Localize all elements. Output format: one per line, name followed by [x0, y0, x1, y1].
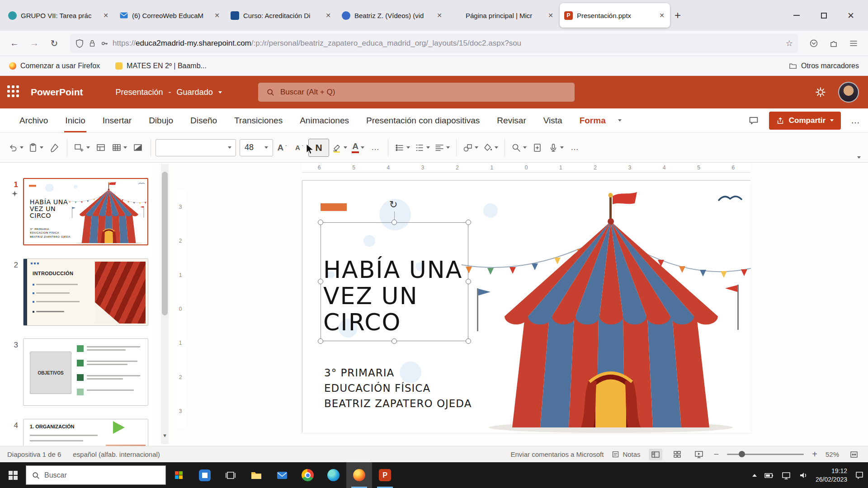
slide-sorter-view-button[interactable]: [670, 449, 684, 460]
zoom-in-button[interactable]: +: [812, 449, 817, 460]
menu-hamburger-icon[interactable]: [845, 35, 862, 52]
shape-fill-button[interactable]: [481, 138, 500, 158]
minimize-button[interactable]: [783, 0, 810, 31]
fit-slide-button[interactable]: [847, 449, 861, 460]
selection-handle-w[interactable]: [318, 279, 323, 284]
chevron-down-icon[interactable]: [264, 146, 268, 149]
chevron-down-icon[interactable]: [86, 146, 90, 149]
edge-icon[interactable]: [321, 462, 346, 488]
layout-button[interactable]: [93, 138, 109, 158]
office-search-box[interactable]: Buscar (Alt + Q): [258, 83, 575, 102]
tab-archivo[interactable]: Archivo: [11, 108, 57, 132]
chevron-down-icon[interactable]: [426, 146, 430, 149]
volume-icon[interactable]: [798, 470, 808, 480]
bullets-button[interactable]: [393, 138, 412, 158]
more-commands-button[interactable]: …: [566, 138, 583, 158]
tab-animaciones[interactable]: Animaciones: [291, 108, 358, 132]
extensions-icon[interactable]: [826, 35, 842, 52]
maximize-button[interactable]: [810, 0, 837, 31]
powerpoint-taskbar-icon[interactable]: P: [372, 462, 398, 488]
selection-handle-se[interactable]: [466, 338, 471, 344]
chevron-down-icon[interactable]: [123, 146, 127, 149]
picture-button[interactable]: [130, 138, 146, 158]
chevron-down-icon[interactable]: [495, 146, 498, 149]
document-title-group[interactable]: Presentación - Guardado: [116, 88, 222, 97]
reload-icon[interactable]: ↻: [46, 35, 62, 52]
share-button[interactable]: Compartir: [769, 112, 841, 130]
more-options-icon[interactable]: …: [851, 115, 860, 126]
tab-insertar[interactable]: Insertar: [94, 108, 140, 132]
selection-handle-s[interactable]: [392, 338, 397, 344]
selection-handle-n[interactable]: [392, 220, 397, 225]
tab-dibujo[interactable]: Dibujo: [140, 108, 182, 132]
bookmark-item-firefox[interactable]: Comenzar a usar Firefox: [9, 62, 100, 70]
zoom-out-button[interactable]: −: [714, 449, 719, 460]
app-icon-2[interactable]: [192, 462, 217, 488]
slide-thumbnail-2[interactable]: INTRODUCCIÓN: [23, 258, 148, 326]
rotate-handle[interactable]: ↻: [389, 199, 397, 211]
chevron-down-icon[interactable]: [344, 146, 347, 149]
designer-button[interactable]: [529, 138, 546, 158]
zoom-slider[interactable]: [727, 454, 804, 455]
start-button[interactable]: [0, 462, 26, 488]
normal-view-button[interactable]: [649, 449, 662, 460]
tab-vista[interactable]: Vista: [535, 108, 571, 132]
scrollbar-down-icon[interactable]: ▾: [161, 432, 169, 439]
browser-tab-2[interactable]: (6) CorreoWeb EducaM ✕: [115, 3, 225, 28]
selection-handle-sw[interactable]: [318, 338, 323, 344]
task-view-icon[interactable]: [217, 462, 243, 488]
selection-handle-nw[interactable]: [318, 220, 323, 225]
tab-revisar[interactable]: Revisar: [488, 108, 534, 132]
find-button[interactable]: [509, 138, 528, 158]
tab-forma[interactable]: Forma: [571, 108, 614, 132]
browser-tab-3[interactable]: Curso: Acreditación Di ✕: [226, 3, 336, 28]
notes-button[interactable]: Notas: [612, 450, 640, 458]
slideshow-view-button[interactable]: [692, 449, 706, 460]
permissions-icon[interactable]: [100, 39, 108, 47]
font-size-combobox[interactable]: 48: [240, 139, 273, 156]
mail-icon[interactable]: [269, 462, 295, 488]
address-bar[interactable]: https://educa2madrid-my.sharepoint.com/:…: [70, 34, 798, 53]
alignment-button[interactable]: [433, 138, 452, 158]
pocket-icon[interactable]: [806, 35, 822, 52]
other-bookmarks-button[interactable]: Otros marcadores: [789, 62, 859, 70]
slide-subtitle-text[interactable]: 3° PRIMARIAEDUCACIÓN FÍSICABEATRIZ ZAPAT…: [324, 365, 472, 411]
app-launcher-icon[interactable]: [7, 85, 21, 99]
action-center-icon[interactable]: [854, 470, 864, 480]
browser-tab-4[interactable]: Beatriz Z. (Vídeos) (vid ✕: [337, 3, 448, 28]
tracking-shield-icon[interactable]: [75, 39, 84, 48]
tab-presentacion[interactable]: Presentación con diapositivas: [358, 108, 488, 132]
undo-button[interactable]: [6, 138, 25, 158]
highlighter-button[interactable]: [330, 138, 349, 158]
new-tab-button[interactable]: +: [675, 10, 681, 21]
slide-title-textbox[interactable]: [321, 222, 468, 341]
bookmark-star-icon[interactable]: ☆: [786, 38, 793, 48]
collapse-ribbon-icon[interactable]: [857, 156, 861, 159]
font-color-button[interactable]: A: [350, 138, 366, 158]
chevron-down-icon[interactable]: [406, 146, 410, 149]
chevron-down-icon[interactable]: [20, 146, 24, 149]
shrink-font-button[interactable]: Aˇ: [291, 138, 307, 158]
chrome-icon[interactable]: [295, 462, 321, 488]
grow-font-button[interactable]: Aˆ: [274, 138, 290, 158]
chevron-down-icon[interactable]: [560, 146, 564, 149]
thumbnail-scrollbar-thumb[interactable]: [162, 172, 168, 315]
slide-thumbnail-1[interactable]: HABÍA UNAVEZ UNCIRCO 3° PRIMARIAEDUCACIÓ…: [23, 178, 148, 245]
slide-thumbnail-3[interactable]: OBJETIVOS: [23, 338, 148, 406]
chevron-down-icon[interactable]: [523, 146, 527, 149]
tab-transiciones[interactable]: Transiciones: [226, 108, 291, 132]
tab-close-icon[interactable]: ✕: [102, 12, 109, 19]
numbering-button[interactable]: [413, 138, 432, 158]
more-tabs-chevron-icon[interactable]: [618, 119, 622, 122]
shapes-button[interactable]: [461, 138, 480, 158]
chevron-down-icon[interactable]: [475, 146, 478, 149]
feedback-link[interactable]: Enviar comentarios a Microsoft: [511, 450, 604, 458]
browser-tab-active[interactable]: P Presentación.pptx ✕: [560, 3, 670, 28]
chevron-down-icon[interactable]: [40, 146, 43, 149]
file-explorer-icon[interactable]: [243, 462, 269, 488]
user-avatar[interactable]: [838, 82, 859, 103]
tab-close-icon[interactable]: ✕: [213, 12, 221, 19]
slide-thumbnail-4[interactable]: 1. ORGANIZACIÓN: [23, 419, 148, 446]
chevron-down-icon[interactable]: [446, 146, 450, 149]
tab-close-icon[interactable]: ✕: [547, 12, 554, 19]
